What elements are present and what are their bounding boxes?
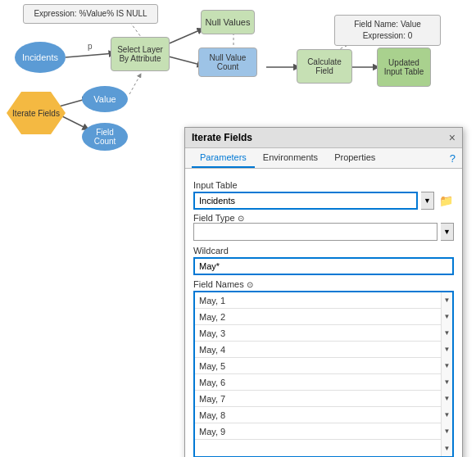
node-null-value-count-label: Null Value Count <box>210 53 247 71</box>
list-item: May, 4 ▼ <box>195 342 452 358</box>
node-field-count[interactable]: Field Count <box>82 123 128 151</box>
svg-text:p: p <box>88 42 93 51</box>
field-item-value: May, 3 <box>195 327 441 340</box>
node-field-count-label: Field Count <box>94 128 116 146</box>
field-item-dropdown-1[interactable]: ▼ <box>441 309 452 325</box>
node-calculate-field-label: Calculate Field <box>307 57 342 75</box>
tooltip-field-text: Field Name: Value Expression: 0 <box>354 19 421 42</box>
tab-properties[interactable]: Properties <box>326 148 383 168</box>
field-item-value: May, 5 <box>195 360 441 373</box>
node-select-layer-label: Select Layer By Attribute <box>117 45 163 63</box>
node-null-value-count[interactable]: Null Value Count <box>198 48 257 77</box>
dialog-title: Iterate Fields <box>192 132 252 143</box>
list-item: May, 9 ▼ <box>195 423 452 440</box>
svg-line-8 <box>59 115 88 129</box>
node-updated-input-label: Updated Input Table <box>384 58 424 76</box>
field-names-label-row: Field Names ⊙ <box>193 279 454 289</box>
field-type-input-row: ▼ <box>193 223 454 241</box>
node-incidents-label: Incidents <box>22 52 58 62</box>
field-names-label: Field Names ⊙ <box>193 279 253 289</box>
field-item-dropdown-4[interactable]: ▼ <box>441 358 452 374</box>
tab-parameters[interactable]: Parameters <box>192 148 255 168</box>
field-item-dropdown-8[interactable]: ▼ <box>441 423 452 440</box>
list-item: ▼ <box>195 440 452 456</box>
input-table-field[interactable] <box>193 192 418 210</box>
list-item: May, 3 ▼ <box>195 325 452 342</box>
node-updated-input[interactable]: Updated Input Table <box>377 48 431 87</box>
list-item: May, 6 ▼ <box>195 374 452 391</box>
field-item-value: May, 1 <box>195 294 441 307</box>
field-item-value: May, 6 <box>195 376 441 389</box>
field-item-value: May, 4 <box>195 343 441 356</box>
node-value[interactable]: Value <box>82 86 128 112</box>
tab-environments[interactable]: Environments <box>255 148 326 168</box>
list-item: May, 2 ▼ <box>195 309 452 325</box>
iterate-fields-dialog: Iterate Fields × Parameters Environments… <box>184 127 463 457</box>
input-table-row: ▼ 📁 <box>193 192 454 210</box>
field-item-dropdown-0[interactable]: ▼ <box>441 292 452 309</box>
node-iterate-fields[interactable]: Iterate Fields <box>7 92 66 134</box>
node-calculate-field[interactable]: Calculate Field <box>297 49 352 84</box>
tooltip-expression-text: Expression: %Value% IS NULL <box>34 8 147 20</box>
field-names-chevron[interactable]: ⊙ <box>247 280 253 289</box>
node-null-values-label: Null Values <box>206 17 251 27</box>
svg-line-0 <box>66 53 115 57</box>
input-table-dropdown-arrow[interactable]: ▼ <box>421 192 434 210</box>
list-item: May, 7 ▼ <box>195 391 452 407</box>
field-type-chevron[interactable]: ⊙ <box>238 214 244 223</box>
tooltip-field-name: Field Name: Value Expression: 0 <box>334 15 441 46</box>
field-item-value: May, 7 <box>195 392 441 405</box>
node-incidents[interactable]: Incidents <box>15 42 66 73</box>
dialog-body: Input Table ▼ 📁 Field Type ⊙ ▼ Wildcard … <box>185 169 462 457</box>
field-item-dropdown-2[interactable]: ▼ <box>441 325 452 342</box>
node-select-layer[interactable]: Select Layer By Attribute <box>111 37 170 71</box>
field-item-dropdown-5[interactable]: ▼ <box>441 374 452 391</box>
field-item-value: May, 9 <box>195 425 441 438</box>
list-item: May, 8 ▼ <box>195 407 452 423</box>
field-type-label: Field Type ⊙ <box>193 213 244 223</box>
dialog-titlebar: Iterate Fields × <box>185 128 462 148</box>
field-type-dropdown-arrow[interactable]: ▼ <box>441 223 454 241</box>
svg-line-9 <box>129 74 141 94</box>
svg-line-2 <box>165 29 203 45</box>
node-value-label: Value <box>93 94 116 104</box>
field-type-field[interactable] <box>193 223 437 241</box>
list-item: May, 1 ▼ <box>195 292 452 309</box>
field-item-dropdown-9[interactable]: ▼ <box>441 440 452 456</box>
dialog-close-button[interactable]: × <box>449 132 456 143</box>
wildcard-label: Wildcard <box>193 246 454 256</box>
field-item-dropdown-6[interactable]: ▼ <box>441 391 452 407</box>
tooltip-expression: Expression: %Value% IS NULL <box>23 4 158 24</box>
node-null-values[interactable]: Null Values <box>201 10 255 34</box>
wildcard-input[interactable] <box>193 257 454 275</box>
field-item-dropdown-7[interactable]: ▼ <box>441 407 452 423</box>
dialog-help-icon[interactable]: ? <box>450 148 456 168</box>
field-item-dropdown-3[interactable]: ▼ <box>441 342 452 358</box>
field-item-value: May, 8 <box>195 409 441 422</box>
field-item-value: May, 2 <box>195 310 441 324</box>
input-table-label: Input Table <box>193 180 454 190</box>
field-item-value <box>195 446 441 450</box>
node-iterate-fields-label: Iterate Fields <box>12 109 60 118</box>
dialog-tabs: Parameters Environments Properties ? <box>185 148 462 169</box>
field-names-list: May, 1 ▼ May, 2 ▼ May, 3 ▼ May, 4 ▼ May,… <box>193 291 454 457</box>
folder-icon[interactable]: 📁 <box>437 192 454 209</box>
list-item: May, 5 ▼ <box>195 358 452 374</box>
field-type-row: Field Type ⊙ <box>193 213 454 223</box>
